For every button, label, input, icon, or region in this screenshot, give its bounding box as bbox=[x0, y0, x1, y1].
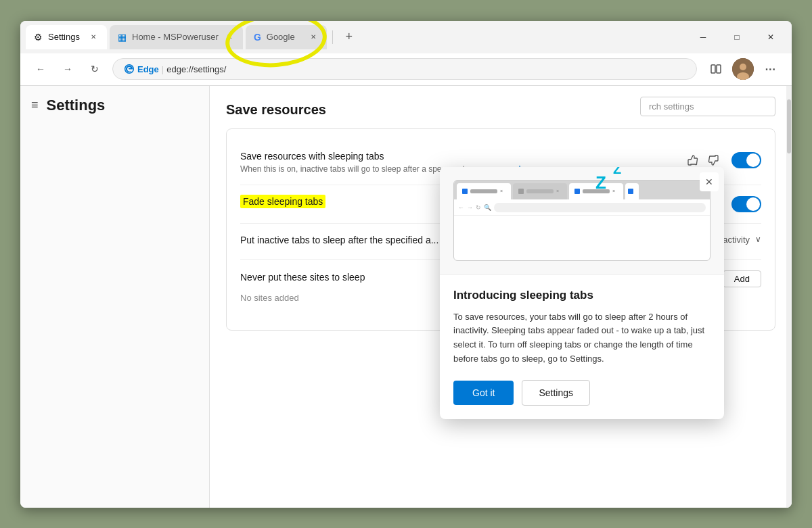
avatar-icon bbox=[732, 58, 754, 80]
mini-tab-1-close: × bbox=[500, 189, 505, 194]
sleeping-tabs-popup: ✕ × bbox=[440, 167, 724, 419]
mini-browser: × × bbox=[453, 180, 710, 261]
split-screen-icon bbox=[710, 63, 722, 75]
mini-tab-1: × bbox=[457, 183, 511, 199]
refresh-button[interactable]: ↻ bbox=[85, 59, 104, 78]
mini-toolbar: ← → ↻ 🔍 bbox=[454, 199, 710, 216]
mini-address-bar bbox=[494, 203, 706, 212]
address-separator: | bbox=[162, 64, 164, 74]
settings-tab-title: Settings bbox=[48, 32, 83, 42]
mini-tab-1-label bbox=[470, 189, 497, 193]
plus-icon: + bbox=[346, 30, 353, 44]
forward-button[interactable]: → bbox=[58, 59, 77, 78]
svg-rect-0 bbox=[711, 65, 715, 73]
mini-tab-bar: × × bbox=[454, 181, 710, 199]
settings-content: rch settings Save resources Save resourc… bbox=[210, 86, 792, 508]
z1-letter: Z bbox=[595, 172, 606, 193]
mini-tab-2-label bbox=[526, 189, 554, 193]
google-tab-icon: G bbox=[254, 32, 261, 43]
got-it-button[interactable]: Got it bbox=[453, 381, 514, 405]
popup-illustration: × × bbox=[440, 167, 724, 275]
mini-tab-1-icon bbox=[462, 189, 468, 194]
toolbar-right: ⋯ bbox=[705, 58, 781, 80]
mspoweruser-tab-icon: ▦ bbox=[118, 32, 127, 43]
mini-search-icon: 🔍 bbox=[484, 204, 491, 211]
mini-tab-3-icon bbox=[574, 189, 580, 194]
svg-point-3 bbox=[740, 64, 746, 70]
sidebar-header: ≡ Settings bbox=[20, 97, 209, 125]
popup-close-button[interactable]: ✕ bbox=[700, 172, 719, 191]
tab-settings[interactable]: ⚙ Settings ✕ bbox=[26, 25, 107, 49]
hamburger-menu-icon[interactable]: ≡ bbox=[31, 98, 39, 112]
title-bar: ⚙ Settings ✕ ▦ Home - MSPoweruser ✕ G Go… bbox=[20, 21, 792, 53]
url-text: edge://settings/ bbox=[166, 64, 226, 74]
address-bar: ← → ↻ Edge | edge://settings/ bbox=[20, 53, 792, 86]
settings-tab-icon: ⚙ bbox=[34, 32, 43, 43]
popup-body: Introducing sleeping tabs To save resour… bbox=[440, 275, 724, 419]
mini-forward-icon: → bbox=[467, 204, 473, 211]
z2-letter: Z bbox=[613, 167, 621, 177]
google-tab-close[interactable]: ✕ bbox=[308, 32, 319, 43]
split-screen-button[interactable] bbox=[705, 58, 727, 80]
mini-tab-2-icon bbox=[518, 189, 524, 194]
popup-actions: Got it Settings bbox=[453, 380, 710, 406]
mini-tab-2-close: × bbox=[556, 189, 562, 194]
mini-tab-4 bbox=[625, 183, 639, 199]
profile-avatar[interactable] bbox=[732, 58, 754, 80]
back-button[interactable]: ← bbox=[31, 59, 50, 78]
maximize-button[interactable]: □ bbox=[721, 26, 752, 48]
settings-tab-close[interactable]: ✕ bbox=[88, 32, 99, 43]
mini-back-icon: ← bbox=[458, 204, 464, 211]
content-area: ≡ Settings rch settings Save resources S… bbox=[20, 86, 792, 508]
tab-mspoweruser[interactable]: ▦ Home - MSPoweruser ✕ bbox=[110, 25, 243, 49]
tab-separator bbox=[332, 30, 333, 44]
close-button[interactable]: ✕ bbox=[755, 26, 786, 48]
edge-brand-text: Edge bbox=[137, 64, 159, 74]
sidebar-title: Settings bbox=[47, 97, 106, 114]
minimize-button[interactable]: ─ bbox=[687, 26, 719, 48]
address-input[interactable]: Edge | edge://settings/ bbox=[112, 58, 697, 80]
edge-logo-icon bbox=[124, 64, 135, 74]
mini-refresh-icon: ↻ bbox=[476, 204, 481, 211]
sidebar: ≡ Settings bbox=[20, 86, 210, 508]
mini-tab-4-icon bbox=[628, 189, 633, 194]
svg-rect-1 bbox=[717, 65, 721, 73]
google-tab-title: Google bbox=[267, 32, 302, 42]
mspoweruser-tab-close[interactable]: ✕ bbox=[224, 32, 235, 43]
window-controls: ─ □ ✕ bbox=[687, 26, 786, 48]
more-options-button[interactable]: ⋯ bbox=[759, 58, 781, 80]
popup-title: Introducing sleeping tabs bbox=[453, 289, 710, 302]
popup-settings-button[interactable]: Settings bbox=[522, 380, 590, 406]
popup-description: To save resources, your tabs will go to … bbox=[453, 310, 710, 366]
new-tab-button[interactable]: + bbox=[338, 26, 360, 48]
mspoweruser-tab-title: Home - MSPoweruser bbox=[132, 32, 219, 42]
popup-overlay: ✕ × bbox=[210, 86, 792, 508]
mini-tab-2: × bbox=[513, 183, 567, 199]
tab-google[interactable]: G Google ✕ bbox=[246, 25, 327, 49]
mini-tab-3-close: × bbox=[612, 189, 618, 194]
browser-window: ⚙ Settings ✕ ▦ Home - MSPoweruser ✕ G Go… bbox=[20, 21, 792, 508]
